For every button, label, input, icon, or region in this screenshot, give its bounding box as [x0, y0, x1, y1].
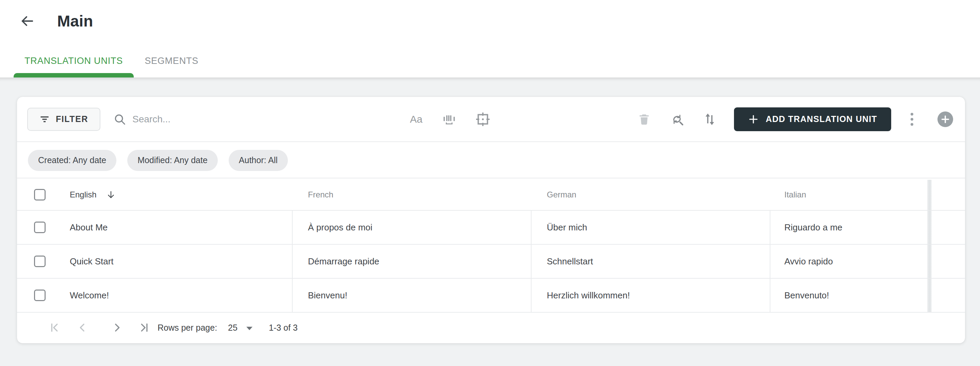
content-region: FILTER Aa — [0, 78, 980, 366]
trash-icon[interactable] — [635, 111, 653, 128]
cell-italian: Riguardo a me — [784, 222, 843, 233]
find-replace-icon[interactable] — [668, 111, 686, 128]
add-translation-unit-button[interactable]: ADD TRANSLATION UNIT — [734, 108, 891, 131]
active-tab-indicator — [14, 73, 134, 78]
search-icon — [113, 113, 126, 126]
column-header-label: German — [547, 190, 576, 200]
back-button[interactable] — [19, 13, 35, 29]
topbar: Main — [0, 0, 93, 42]
table-row[interactable]: Welcome! Bienvenu! Herzlich willkommen! … — [17, 279, 965, 313]
cell-italian: Avvio rapido — [784, 256, 833, 267]
cell-french: Démarrage rapide — [308, 256, 379, 267]
column-header-italian[interactable]: Italian — [784, 190, 806, 200]
filter-button-label: FILTER — [56, 114, 88, 124]
chip-created[interactable]: Created: Any date — [28, 150, 116, 171]
first-page-icon[interactable] — [47, 320, 62, 335]
add-button-label: ADD TRANSLATION UNIT — [765, 114, 877, 124]
filter-icon — [40, 114, 50, 124]
row-checkbox[interactable] — [34, 222, 46, 233]
row-checkbox[interactable] — [34, 290, 46, 301]
translation-units-page: Main TRANSLATION UNITS SEGMENTS FILTER — [0, 0, 980, 366]
rows-per-page-select[interactable]: 25 — [228, 323, 253, 333]
kebab-menu-icon[interactable] — [904, 111, 920, 128]
column-header-french[interactable]: French — [308, 190, 334, 200]
cell-english: Quick Start — [70, 256, 114, 267]
search-input[interactable] — [132, 114, 350, 125]
chip-label: Modified: Any date — [137, 155, 208, 165]
arrow-left-icon — [19, 13, 35, 29]
filter-chips-row: Created: Any date Modified: Any date Aut… — [17, 143, 965, 178]
cell-english: About Me — [70, 222, 108, 233]
cell-german: Herzlich willkommen! — [547, 290, 630, 301]
previous-page-icon[interactable] — [75, 320, 90, 335]
sort-arrows-icon[interactable] — [701, 111, 719, 128]
tab-bar: TRANSLATION UNITS SEGMENTS — [14, 44, 209, 78]
cell-english: Welcome! — [70, 290, 109, 301]
page-title: Main — [57, 12, 93, 30]
row-checkbox[interactable] — [34, 255, 46, 267]
next-page-icon[interactable] — [110, 320, 124, 335]
chip-label: Created: Any date — [38, 155, 106, 165]
column-header-label: Italian — [784, 190, 806, 200]
translation-units-card: FILTER Aa — [17, 97, 965, 343]
column-header-german[interactable]: German — [547, 190, 576, 200]
table-row[interactable]: About Me À propos de moi Über mich Rigua… — [17, 211, 965, 245]
tab-translation-units[interactable]: TRANSLATION UNITS — [14, 44, 134, 78]
crop-focus-icon[interactable] — [474, 111, 492, 128]
chip-modified[interactable]: Modified: Any date — [127, 150, 218, 171]
match-case-glyph: Aa — [410, 114, 423, 125]
pagination-range: 1-3 of 3 — [269, 323, 298, 333]
pagination-bar: Rows per page: 25 1-3 of 3 — [17, 312, 965, 343]
fab-plus-button[interactable] — [937, 111, 953, 127]
search-box — [113, 113, 365, 126]
cell-german: Über mich — [547, 222, 587, 233]
table-header-row: English French German Ita — [17, 179, 965, 211]
tab-segments[interactable]: SEGMENTS — [134, 44, 209, 78]
fab-plus-icon — [940, 114, 950, 124]
chevron-down-icon — [247, 326, 253, 330]
column-header-english[interactable]: English — [70, 190, 116, 200]
match-case-icon[interactable]: Aa — [407, 111, 425, 128]
chip-label: Author: All — [239, 155, 278, 165]
filter-button[interactable]: FILTER — [27, 108, 100, 131]
plus-icon — [748, 114, 759, 125]
column-header-label: French — [308, 190, 334, 200]
last-page-icon[interactable] — [137, 320, 152, 335]
barcode-icon[interactable] — [440, 111, 458, 128]
cell-german: Schnellstart — [547, 256, 593, 267]
table-row[interactable]: Quick Start Démarrage rapide Schnellstar… — [17, 245, 965, 279]
cell-french: Bienvenu! — [308, 290, 347, 301]
table-toolbar: FILTER Aa — [17, 97, 965, 142]
tab-label: TRANSLATION UNITS — [24, 56, 123, 66]
tab-label: SEGMENTS — [145, 56, 198, 66]
cell-italian: Benvenuto! — [784, 290, 829, 301]
sort-desc-arrow-icon — [106, 190, 116, 200]
column-header-label: English — [70, 190, 97, 200]
cell-french: À propos de moi — [308, 222, 372, 233]
translation-units-table: English French German Ita — [17, 179, 965, 312]
chip-author[interactable]: Author: All — [229, 150, 288, 171]
rows-per-page-label: Rows per page: — [158, 323, 217, 333]
select-all-checkbox[interactable] — [34, 189, 46, 201]
rows-per-page-value: 25 — [228, 323, 237, 333]
